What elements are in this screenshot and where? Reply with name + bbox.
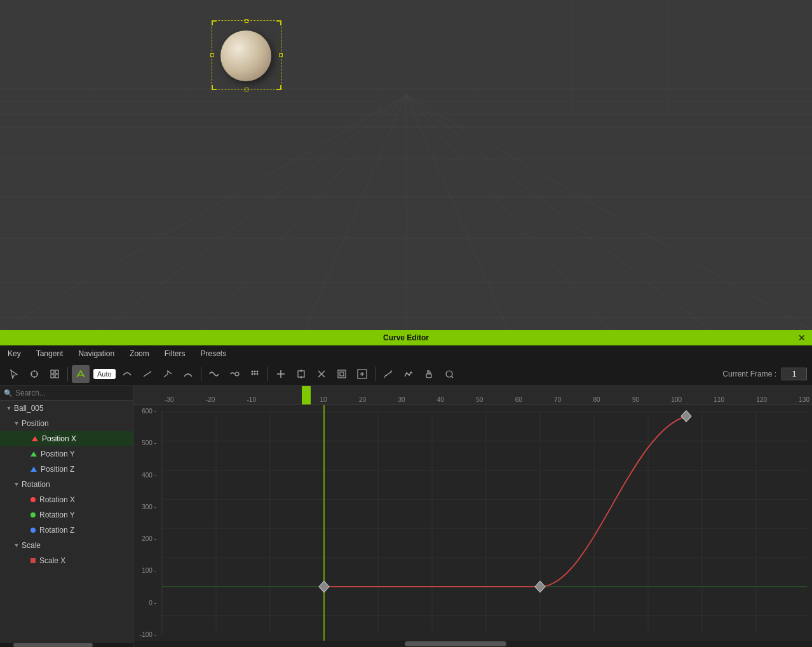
svg-line-54 bbox=[384, 370, 392, 378]
positiony-icon bbox=[30, 451, 37, 457]
current-frame-input[interactable] bbox=[782, 368, 807, 380]
corner-bl bbox=[212, 85, 217, 90]
curve-svg bbox=[133, 405, 812, 641]
svg-line-8 bbox=[203, 95, 406, 330]
pan-tool-btn[interactable] bbox=[420, 365, 438, 383]
curve-editor-titlebar: Curve Editor ✕ bbox=[0, 330, 812, 345]
menu-bar: Key Tangent Navigation Zoom Filters Pres… bbox=[0, 345, 812, 362]
tree-item-rotation[interactable]: ▼ Rotation bbox=[0, 477, 133, 492]
tree-area: ▼ Ball_005 ▼ Position Position X Positio… bbox=[0, 401, 133, 643]
svg-point-39 bbox=[251, 370, 253, 372]
h-scrollbar bbox=[133, 641, 812, 647]
tick-50: 50 bbox=[476, 396, 483, 403]
tick-10: 10 bbox=[320, 396, 327, 403]
menu-filters[interactable]: Filters bbox=[162, 348, 188, 359]
frame-selected-btn[interactable] bbox=[333, 365, 351, 383]
close-button[interactable]: ✕ bbox=[797, 333, 807, 343]
scroll-thumb[interactable] bbox=[13, 643, 93, 647]
playhead-ruler[interactable] bbox=[302, 386, 311, 404]
menu-tangent[interactable]: Tangent bbox=[34, 348, 66, 359]
tick-80: 80 bbox=[593, 396, 600, 403]
tick-130: 130 bbox=[799, 396, 809, 403]
toolbar-sep-4 bbox=[375, 367, 376, 381]
handle-bm[interactable] bbox=[245, 88, 248, 91]
tree-item-ball005[interactable]: ▼ Ball_005 bbox=[0, 401, 133, 416]
move-tool-btn[interactable] bbox=[25, 365, 43, 383]
toolbar: Auto Current bbox=[0, 362, 812, 386]
sine-wave-btn[interactable] bbox=[205, 365, 223, 383]
tree-arrow-position: ▼ bbox=[13, 420, 20, 427]
tick-110: 110 bbox=[714, 396, 724, 403]
view-mode-btn[interactable] bbox=[400, 365, 417, 383]
tree-item-rotation-x[interactable]: Rotation X bbox=[0, 492, 133, 507]
corner-br bbox=[276, 85, 281, 90]
menu-key[interactable]: Key bbox=[5, 348, 24, 359]
tree-label-rotation: Rotation bbox=[22, 480, 50, 489]
tree-label-rotationx: Rotation X bbox=[39, 495, 75, 504]
ease-in-btn[interactable] bbox=[139, 365, 156, 383]
tick-30: 30 bbox=[398, 396, 405, 403]
bake-btn[interactable] bbox=[226, 365, 243, 383]
h-scroll-thumb[interactable] bbox=[405, 641, 506, 646]
svg-line-9 bbox=[305, 95, 406, 330]
corner-tr bbox=[276, 20, 281, 25]
region-select-btn[interactable] bbox=[440, 365, 458, 383]
rotationy-dot bbox=[30, 512, 36, 517]
property-tree-panel: 🔍 ▼ Ball_005 ▼ Position Position X bbox=[0, 386, 133, 647]
svg-line-6 bbox=[0, 95, 406, 330]
svg-line-7 bbox=[102, 95, 406, 330]
snap-btn[interactable] bbox=[292, 365, 310, 383]
tick-100: 100 bbox=[671, 396, 682, 403]
positionx-icon bbox=[32, 436, 38, 441]
handle-ml[interactable] bbox=[210, 53, 214, 57]
search-input[interactable] bbox=[15, 389, 129, 397]
corner-tl bbox=[212, 20, 217, 25]
tree-item-position-y[interactable]: Position Y bbox=[0, 446, 133, 462]
tick--20: -20 bbox=[206, 396, 215, 403]
tree-item-position[interactable]: ▼ Position bbox=[0, 416, 133, 431]
curve-editor-panel: -30 -20 -10 10 20 30 40 50 60 70 80 90 1… bbox=[133, 386, 812, 647]
ruler-ticks: -30 -20 -10 10 20 30 40 50 60 70 80 90 1… bbox=[162, 396, 812, 403]
auto-tangent-btn[interactable] bbox=[72, 365, 90, 383]
tree-label-position: Position bbox=[22, 419, 49, 428]
tree-label-ball005: Ball_005 bbox=[14, 404, 44, 413]
menu-presets[interactable]: Presets bbox=[198, 348, 229, 359]
positionz-icon bbox=[30, 467, 37, 472]
zoom-fit-btn[interactable] bbox=[353, 365, 371, 383]
svg-point-35 bbox=[235, 372, 239, 376]
svg-point-40 bbox=[254, 370, 255, 372]
tree-item-scale-x[interactable]: Scale X bbox=[0, 553, 133, 568]
select-tool-btn[interactable] bbox=[5, 365, 23, 383]
menu-navigation[interactable]: Navigation bbox=[76, 348, 117, 359]
layer-tool-btn[interactable] bbox=[46, 365, 64, 383]
handle-mr[interactable] bbox=[279, 53, 283, 57]
step-btn[interactable] bbox=[179, 365, 197, 383]
keyframe-2[interactable] bbox=[535, 581, 545, 592]
tangent-break-btn[interactable] bbox=[379, 365, 397, 383]
dots-tool-btn[interactable] bbox=[246, 365, 264, 383]
tree-item-position-x[interactable]: Position X bbox=[0, 431, 133, 446]
toolbar-sep-1 bbox=[67, 367, 68, 381]
tree-item-rotation-z[interactable]: Rotation Z bbox=[0, 523, 133, 538]
menu-zoom[interactable]: Zoom bbox=[127, 348, 152, 359]
curve-area[interactable]: 600 - 500 - 400 - 300 - 200 - 100 - 0 - … bbox=[133, 405, 812, 641]
tree-arrow-scale: ▼ bbox=[13, 542, 20, 549]
keyframe-3[interactable] bbox=[681, 411, 691, 422]
smooth-tangent-btn[interactable] bbox=[118, 365, 136, 383]
toolbar-sep-3 bbox=[267, 367, 268, 381]
keyframe-1[interactable] bbox=[319, 581, 329, 592]
tree-item-scale[interactable]: ▼ Scale bbox=[0, 538, 133, 553]
handle-tm[interactable] bbox=[245, 19, 248, 23]
tree-item-rotation-y[interactable]: Rotation Y bbox=[0, 507, 133, 523]
tree-arrow-ball005: ▼ bbox=[5, 404, 13, 412]
svg-rect-31 bbox=[55, 370, 58, 373]
delete-key-btn[interactable] bbox=[313, 365, 330, 383]
add-key-btn[interactable] bbox=[272, 365, 290, 383]
tree-arrow-positionx bbox=[23, 435, 30, 443]
linear-btn[interactable] bbox=[159, 365, 177, 383]
tree-item-position-z[interactable]: Position Z bbox=[0, 462, 133, 477]
tree-label-positionx: Position X bbox=[42, 434, 76, 443]
svg-line-11 bbox=[406, 95, 508, 330]
scalex-square bbox=[30, 558, 36, 563]
svg-rect-50 bbox=[340, 372, 344, 376]
